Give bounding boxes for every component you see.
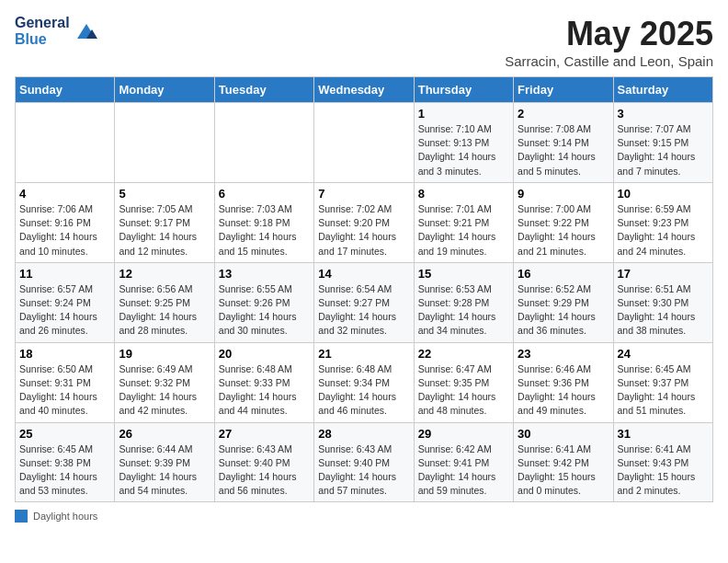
- calendar-cell: 21Sunrise: 6:48 AM Sunset: 9:34 PM Dayli…: [314, 342, 414, 422]
- day-info: Sunrise: 6:47 AM Sunset: 9:35 PM Dayligh…: [418, 362, 509, 419]
- day-number: 17: [618, 267, 709, 281]
- day-number: 1: [418, 107, 509, 121]
- day-info: Sunrise: 6:51 AM Sunset: 9:30 PM Dayligh…: [618, 282, 709, 339]
- calendar-cell: 10Sunrise: 6:59 AM Sunset: 9:23 PM Dayli…: [613, 182, 712, 262]
- calendar-cell: 24Sunrise: 6:45 AM Sunset: 9:37 PM Dayli…: [613, 342, 712, 422]
- calendar-cell: 16Sunrise: 6:52 AM Sunset: 9:29 PM Dayli…: [514, 262, 613, 342]
- calendar-cell: 20Sunrise: 6:48 AM Sunset: 9:33 PM Dayli…: [214, 342, 313, 422]
- day-info: Sunrise: 7:08 AM Sunset: 9:14 PM Dayligh…: [518, 122, 609, 178]
- calendar-cell: 27Sunrise: 6:43 AM Sunset: 9:40 PM Dayli…: [214, 422, 313, 502]
- calendar-cell: 7Sunrise: 7:02 AM Sunset: 9:20 PM Daylig…: [314, 182, 414, 262]
- day-info: Sunrise: 6:45 AM Sunset: 9:37 PM Dayligh…: [618, 362, 709, 419]
- day-number: 30: [518, 427, 609, 441]
- calendar-cell: 19Sunrise: 6:49 AM Sunset: 9:32 PM Dayli…: [115, 342, 214, 422]
- calendar-cell: [314, 103, 414, 183]
- calendar-cell: 13Sunrise: 6:55 AM Sunset: 9:26 PM Dayli…: [214, 262, 313, 342]
- calendar-cell: 26Sunrise: 6:44 AM Sunset: 9:39 PM Dayli…: [115, 422, 214, 502]
- day-header-monday: Monday: [115, 77, 214, 103]
- day-number: 9: [518, 187, 609, 201]
- day-info: Sunrise: 7:05 AM Sunset: 9:17 PM Dayligh…: [119, 202, 210, 259]
- day-info: Sunrise: 6:43 AM Sunset: 9:40 PM Dayligh…: [318, 442, 409, 499]
- day-info: Sunrise: 7:03 AM Sunset: 9:18 PM Dayligh…: [219, 202, 310, 259]
- day-info: Sunrise: 6:44 AM Sunset: 9:39 PM Dayligh…: [119, 442, 210, 499]
- day-number: 27: [219, 427, 310, 441]
- calendar-cell: 5Sunrise: 7:05 AM Sunset: 9:17 PM Daylig…: [115, 182, 214, 262]
- subtitle: Sarracin, Castille and Leon, Spain: [505, 53, 713, 69]
- calendar-cell: 14Sunrise: 6:54 AM Sunset: 9:27 PM Dayli…: [314, 262, 414, 342]
- day-number: 23: [518, 347, 609, 361]
- calendar-cell: 29Sunrise: 6:42 AM Sunset: 9:41 PM Dayli…: [414, 422, 513, 502]
- calendar-cell: 23Sunrise: 6:46 AM Sunset: 9:36 PM Dayli…: [514, 342, 613, 422]
- calendar-cell: 31Sunrise: 6:41 AM Sunset: 9:43 PM Dayli…: [613, 422, 712, 502]
- calendar-cell: 17Sunrise: 6:51 AM Sunset: 9:30 PM Dayli…: [613, 262, 712, 342]
- day-number: 22: [418, 347, 509, 361]
- day-info: Sunrise: 6:46 AM Sunset: 9:36 PM Dayligh…: [518, 362, 609, 419]
- calendar-cell: 30Sunrise: 6:41 AM Sunset: 9:42 PM Dayli…: [514, 422, 613, 502]
- day-number: 4: [19, 187, 110, 201]
- day-number: 26: [119, 427, 210, 441]
- day-header-saturday: Saturday: [613, 77, 712, 103]
- day-number: 12: [119, 267, 210, 281]
- day-number: 29: [418, 427, 509, 441]
- day-info: Sunrise: 6:57 AM Sunset: 9:24 PM Dayligh…: [19, 282, 110, 339]
- day-number: 14: [318, 267, 409, 281]
- daylight-box-icon: [15, 510, 28, 523]
- logo: General Blue: [15, 15, 99, 47]
- day-info: Sunrise: 7:06 AM Sunset: 9:16 PM Dayligh…: [19, 202, 110, 259]
- calendar-cell: 8Sunrise: 7:01 AM Sunset: 9:21 PM Daylig…: [414, 182, 513, 262]
- day-info: Sunrise: 6:48 AM Sunset: 9:33 PM Dayligh…: [219, 362, 310, 419]
- day-header-sunday: Sunday: [16, 77, 115, 103]
- calendar-cell: 28Sunrise: 6:43 AM Sunset: 9:40 PM Dayli…: [314, 422, 414, 502]
- day-info: Sunrise: 6:53 AM Sunset: 9:28 PM Dayligh…: [418, 282, 509, 339]
- day-info: Sunrise: 6:54 AM Sunset: 9:27 PM Dayligh…: [318, 282, 409, 339]
- day-number: 2: [518, 107, 609, 121]
- day-info: Sunrise: 7:10 AM Sunset: 9:13 PM Dayligh…: [418, 122, 509, 178]
- calendar-cell: [115, 103, 214, 183]
- day-number: 28: [318, 427, 409, 441]
- logo-icon: [74, 18, 99, 44]
- day-header-wednesday: Wednesday: [314, 77, 414, 103]
- day-info: Sunrise: 6:55 AM Sunset: 9:26 PM Dayligh…: [219, 282, 310, 339]
- logo-general: General: [15, 15, 70, 31]
- day-info: Sunrise: 7:07 AM Sunset: 9:15 PM Dayligh…: [618, 122, 709, 178]
- calendar-table: SundayMondayTuesdayWednesdayThursdayFrid…: [15, 76, 713, 502]
- day-info: Sunrise: 6:45 AM Sunset: 9:38 PM Dayligh…: [19, 442, 110, 499]
- calendar-cell: [214, 103, 313, 183]
- day-number: 10: [618, 187, 709, 201]
- day-number: 7: [318, 187, 409, 201]
- day-info: Sunrise: 6:49 AM Sunset: 9:32 PM Dayligh…: [119, 362, 210, 419]
- day-number: 20: [219, 347, 310, 361]
- daylight-label: Daylight hours: [33, 511, 97, 522]
- calendar-cell: 2Sunrise: 7:08 AM Sunset: 9:14 PM Daylig…: [514, 103, 613, 183]
- day-info: Sunrise: 6:50 AM Sunset: 9:31 PM Dayligh…: [19, 362, 110, 419]
- calendar-cell: 1Sunrise: 7:10 AM Sunset: 9:13 PM Daylig…: [414, 103, 513, 183]
- day-number: 25: [19, 427, 110, 441]
- day-number: 11: [19, 267, 110, 281]
- day-info: Sunrise: 6:42 AM Sunset: 9:41 PM Dayligh…: [418, 442, 509, 499]
- calendar-cell: 22Sunrise: 6:47 AM Sunset: 9:35 PM Dayli…: [414, 342, 513, 422]
- title-block: May 2025 Sarracin, Castille and Leon, Sp…: [505, 15, 713, 69]
- calendar-cell: 12Sunrise: 6:56 AM Sunset: 9:25 PM Dayli…: [115, 262, 214, 342]
- day-number: 31: [618, 427, 709, 441]
- day-header-tuesday: Tuesday: [214, 77, 313, 103]
- day-info: Sunrise: 6:43 AM Sunset: 9:40 PM Dayligh…: [219, 442, 310, 499]
- day-info: Sunrise: 6:52 AM Sunset: 9:29 PM Dayligh…: [518, 282, 609, 339]
- calendar-cell: 6Sunrise: 7:03 AM Sunset: 9:18 PM Daylig…: [214, 182, 313, 262]
- day-info: Sunrise: 7:01 AM Sunset: 9:21 PM Dayligh…: [418, 202, 509, 259]
- day-number: 6: [219, 187, 310, 201]
- day-header-thursday: Thursday: [414, 77, 513, 103]
- day-number: 21: [318, 347, 409, 361]
- day-number: 8: [418, 187, 509, 201]
- day-info: Sunrise: 6:59 AM Sunset: 9:23 PM Dayligh…: [618, 202, 709, 259]
- calendar-cell: 15Sunrise: 6:53 AM Sunset: 9:28 PM Dayli…: [414, 262, 513, 342]
- day-number: 15: [418, 267, 509, 281]
- day-number: 13: [219, 267, 310, 281]
- day-info: Sunrise: 7:02 AM Sunset: 9:20 PM Dayligh…: [318, 202, 409, 259]
- main-title: May 2025: [505, 15, 713, 53]
- day-number: 19: [119, 347, 210, 361]
- calendar-cell: 11Sunrise: 6:57 AM Sunset: 9:24 PM Dayli…: [16, 262, 115, 342]
- calendar-cell: 25Sunrise: 6:45 AM Sunset: 9:38 PM Dayli…: [16, 422, 115, 502]
- calendar-cell: 4Sunrise: 7:06 AM Sunset: 9:16 PM Daylig…: [16, 182, 115, 262]
- day-info: Sunrise: 6:48 AM Sunset: 9:34 PM Dayligh…: [318, 362, 409, 419]
- day-header-friday: Friday: [514, 77, 613, 103]
